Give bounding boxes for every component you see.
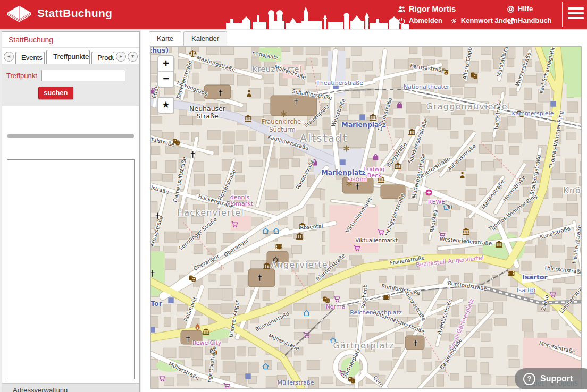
hamburger-menu-icon[interactable]: [568, 7, 584, 21]
lifering-icon: [507, 5, 515, 13]
tabs-scroll-left-icon[interactable]: ◂: [4, 52, 14, 62]
map-label-layer: chus)KreuzviertelAltstadtGraggenauvierte…: [151, 47, 581, 388]
map-label: Aventinstraße: [436, 298, 453, 335]
suchen-button[interactable]: suchen: [38, 87, 73, 99]
map-label: REWE: [428, 199, 445, 206]
map-label: Knöbel: [563, 185, 582, 195]
map-label: Neuhauser Straße: [186, 105, 229, 121]
map-label: Stollbergstraße: [529, 154, 542, 195]
map-label: Müllerstraße: [278, 379, 314, 386]
sidebar-title: StattBuchung: [2, 32, 139, 48]
treffpunkt-input[interactable]: [41, 70, 125, 81]
accordion-item-adressverwaltung[interactable]: Adressverwaltung: [2, 384, 139, 392]
map-label: Kammerspiele: [512, 110, 554, 117]
map-label: Viktualienmarkt: [345, 196, 374, 234]
user-menu[interactable]: Rigor Mortis: [398, 4, 520, 14]
map-label: Karl-Scharnagl-Ring: [538, 46, 557, 94]
help-link[interactable]: Hilfe: [507, 4, 560, 14]
map-label: Maxburgstraße: [196, 55, 236, 73]
star-button[interactable]: ★: [158, 98, 173, 113]
map-label: Radlsteg: [429, 209, 438, 233]
map-label: Müllerstraße: [168, 361, 200, 381]
main-tabbar: KarteKalender: [149, 31, 227, 46]
sidebar: StattBuchung ◂ EventsTreffpunkteProdu ▸ …: [2, 31, 140, 392]
app-logo-book-icon[interactable]: [5, 3, 33, 27]
map-label: Heiliggeiststraße: [383, 193, 406, 237]
map-label: Rumfordstraße: [381, 283, 421, 296]
map-label: Reichenb: [360, 284, 368, 309]
user-name: Rigor Mortis: [409, 4, 456, 14]
map-label: Liebherrstraße: [571, 225, 582, 264]
treffpunkt-search-panel: Treffpunkt suchen: [2, 64, 139, 106]
zoom-in-button[interactable]: +: [158, 56, 173, 71]
map-canvas[interactable]: chus)KreuzviertelAltstadtGraggenauvierte…: [150, 46, 582, 389]
map-label: Marstallstraße: [496, 46, 510, 78]
map-label: Sendlinger Straße: [178, 216, 218, 251]
external-link-icon: [507, 17, 515, 25]
sidebar-tab-treffpunkte[interactable]: Treffpunkte: [46, 50, 90, 64]
map-label: Rewe City: [192, 339, 222, 346]
map-label: Kreuzstraße: [150, 215, 164, 247]
map-favorite-control: ★: [157, 97, 174, 114]
map-label: Frauenkirche-: [262, 118, 303, 125]
question-icon: ?: [523, 373, 535, 385]
map-label: Thomas-Wimmer-Ring: [487, 193, 538, 232]
tabs-dropdown-icon[interactable]: ▾: [128, 52, 138, 62]
tabs-scroll-right-icon[interactable]: ▸: [116, 52, 126, 62]
map-label: Viktualienmarkt: [355, 237, 397, 243]
map-label: auhausstraße: [446, 143, 477, 172]
logout-button[interactable]: Abmelden: [398, 15, 442, 26]
main-tab-kalender[interactable]: Kalender: [183, 31, 227, 46]
map-label: Kanalstraße: [539, 225, 571, 240]
map-label: chus): [150, 46, 169, 54]
map-label: Altstadt: [300, 132, 348, 144]
map-label: Rumfordstraße: [447, 280, 487, 292]
map-label: nadeplatz: [252, 49, 279, 61]
sidebar-tabbar: ◂ EventsTreffpunkteProdu ▸ ▾: [2, 48, 139, 64]
munich-skyline-graphic: [226, 5, 409, 29]
map-label: Oberanger: [223, 237, 250, 258]
map-label: Bezirksteil Angerviertel: [416, 254, 484, 268]
map-label: Zweib: [540, 294, 550, 311]
results-listbox[interactable]: [7, 159, 135, 379]
map-label: pitalstraße: [150, 135, 175, 148]
header-divider: [562, 2, 563, 27]
map-label: Norma: [326, 303, 346, 310]
map-label: Damenstiftstraße: [172, 156, 188, 202]
map-label: Thomas-Wimmer-Ring: [548, 110, 564, 169]
map-label: Burgstraße: [385, 141, 408, 168]
sidebar-tab-events[interactable]: Events: [15, 52, 45, 64]
users-icon: [398, 5, 406, 13]
app-title: StattBuchung: [37, 7, 112, 20]
map-label: Marienstraße: [480, 178, 506, 210]
map-label: Hackenviertel: [177, 208, 244, 218]
map-label: Schäfflerstraße: [292, 88, 333, 101]
main-tab-karte[interactable]: Karte: [149, 31, 181, 46]
map-label: Gärtnerplatz: [341, 347, 362, 379]
map-label: Gärtnerplatz: [333, 340, 394, 351]
map-label: Corn: [372, 375, 384, 388]
map-label: ngertorstraße: [206, 346, 217, 383]
map-label: Westenriederstraße: [439, 236, 492, 246]
help-block: Hilfe Handbuch: [507, 4, 560, 27]
zoom-out-button[interactable]: −: [158, 71, 173, 87]
key-gear-icon: [450, 17, 458, 25]
horizontal-scrollbar[interactable]: [7, 134, 134, 138]
sidebar-tab-produ[interactable]: Produ: [91, 52, 114, 64]
map-label: Rosental: [300, 223, 323, 231]
map-label: Tal: [445, 204, 453, 211]
map-label: Frauenplatz: [304, 103, 331, 128]
map-label: Tor: [150, 300, 162, 308]
treffpunkt-label: Treffpunkt: [6, 72, 41, 80]
map-label: Roßmarkt: [182, 296, 198, 322]
support-label: Support: [540, 374, 573, 384]
power-icon: [398, 17, 406, 25]
manual-link[interactable]: Handbuch: [507, 15, 560, 26]
map-label: Blumenstraße: [254, 310, 290, 333]
map-label: talstraße: [150, 183, 170, 195]
map-label: Oberanger: [192, 253, 220, 272]
sidebar-accordion: AdressverwaltungSucheMeine Daten: [2, 383, 139, 391]
map-label: Alfons-Goppel-: [462, 46, 474, 80]
map-label: Nationaltheater: [404, 83, 449, 90]
support-button[interactable]: ? Support: [515, 368, 587, 389]
